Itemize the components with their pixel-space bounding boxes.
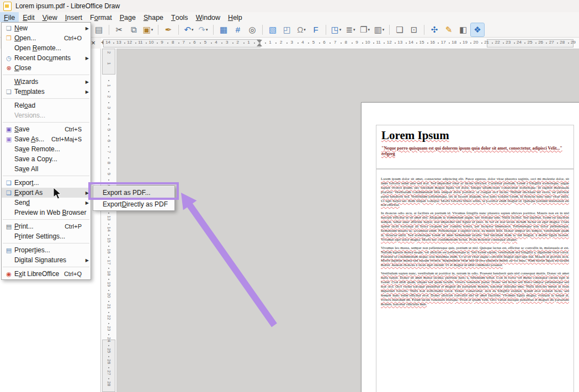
ruler-tick: [503, 43, 504, 44]
horizontal-ruler[interactable]: + 14131211109876543211234567891011121314…: [101, 38, 579, 49]
menu-shape[interactable]: Shape: [140, 12, 167, 22]
menu-item-preview-in-web-browser[interactable]: Preview in Web Browser: [2, 208, 91, 218]
dropdown-caret-icon[interactable]: ▾: [353, 28, 355, 32]
menu-item-label: Export...: [14, 179, 39, 187]
undo-icon[interactable]: ↶▾: [182, 23, 195, 36]
menu-item-reload[interactable]: Reload: [2, 100, 91, 110]
menu-item-open[interactable]: ❒Open...Ctrl+O: [2, 33, 91, 43]
toolbar-separator: [109, 25, 109, 35]
glue-points-icon[interactable]: ✎: [442, 23, 455, 36]
show-draw-functions-icon[interactable]: ❖: [471, 23, 484, 36]
display-grid-icon[interactable]: ▦: [217, 23, 230, 36]
vertical-ruler[interactable]: 2112345678910111213141516171819202122232…: [101, 49, 117, 392]
dropdown-caret-icon[interactable]: ▾: [383, 28, 385, 32]
shadow-icon[interactable]: ❏: [393, 23, 406, 36]
menu-file[interactable]: File: [0, 12, 19, 22]
menu-item-save[interactable]: ▣SaveCtrl+S: [2, 124, 91, 134]
dropdown-caret-icon[interactable]: ▾: [368, 28, 370, 32]
ruler-tick: [481, 43, 482, 44]
menu-window[interactable]: Window: [192, 12, 224, 22]
toggle-extrusion-icon[interactable]: ◧: [456, 23, 470, 36]
crop-icon[interactable]: ⊡: [407, 23, 421, 36]
ruler-tick: [108, 356, 109, 357]
menu-item-wizards[interactable]: Wizards▶: [2, 77, 91, 87]
ruler-tick: [330, 43, 331, 44]
dropdown-caret-icon[interactable]: ▾: [151, 28, 153, 32]
menu-item-properties[interactable]: ▤Properties...: [2, 245, 91, 255]
menu-item-new[interactable]: ❏New▶: [2, 23, 91, 33]
dropdown-caret-icon[interactable]: ▾: [339, 28, 342, 32]
menu-format[interactable]: Format: [86, 12, 116, 22]
ruler-number: 24: [517, 40, 522, 45]
insert-text-box-icon[interactable]: ◰: [280, 23, 294, 36]
ruler-tick: [427, 43, 428, 44]
drawing-canvas[interactable]: Lorem Ipsum "Neque porro quisquam est qu…: [116, 49, 579, 392]
menu-item-printer-settings[interactable]: Printer Settings...: [2, 231, 91, 241]
print-icon[interactable]: ▤: [92, 23, 105, 36]
document-page[interactable]: Lorem Ipsum "Neque porro quisquam est qu…: [361, 102, 579, 392]
menu-item-recent-documents[interactable]: ◷Recent Documents▶: [2, 53, 91, 63]
menu-item-label: Templates: [14, 88, 45, 96]
zoom-icon[interactable]: ◎: [246, 23, 259, 36]
open-icon: ❒: [3, 35, 14, 42]
edit-points-icon[interactable]: ✣: [428, 23, 441, 36]
menu-tools[interactable]: Tools: [167, 12, 192, 22]
menu-item-save-a-copy[interactable]: Save a Copy...: [2, 154, 91, 164]
submenu-item-export-directly-as-pdf[interactable]: Export Directly as PDF: [93, 198, 174, 210]
clone-formatting-icon[interactable]: ✒: [162, 23, 175, 36]
menu-page[interactable]: Page: [116, 12, 140, 22]
menu-item-send[interactable]: Send▶: [2, 198, 91, 208]
menu-view[interactable]: View: [39, 12, 61, 22]
ruler-number: 27: [107, 370, 111, 375]
redo-icon[interactable]: ↷▾: [196, 23, 210, 36]
special-character-icon[interactable]: Ω▾: [295, 23, 308, 36]
toolbar-separator: [158, 25, 158, 35]
menu-item-label: Printer Settings...: [14, 232, 65, 240]
helplines-icon[interactable]: #: [231, 23, 245, 36]
menu-item-versions: Versions...: [2, 110, 91, 120]
ruler-number: 26: [107, 359, 111, 364]
properties-icon: ▤: [3, 247, 14, 254]
menu-item-export-as[interactable]: ❏Export As▶: [2, 188, 91, 198]
arrange-icon[interactable]: ❐▾: [358, 23, 371, 36]
title-text-frame[interactable]: Lorem Ipsum "Neque porro quisquam est qu…: [376, 125, 574, 169]
glyph: ▤: [95, 25, 103, 35]
dropdown-caret-icon[interactable]: ▾: [206, 28, 208, 32]
menu-item-print[interactable]: ▤Print...Ctrl+P: [2, 221, 91, 231]
dropdown-caret-icon[interactable]: ▾: [192, 28, 194, 32]
ruler-tick: [108, 301, 109, 302]
align-objects-icon[interactable]: ≣▾: [344, 23, 357, 36]
menu-item-save-as[interactable]: ▣Save As...Ctrl+Maj+S: [2, 134, 91, 144]
menu-item-templates[interactable]: ❏Templates▶: [2, 87, 91, 97]
toolbar-separator: [262, 25, 263, 35]
menu-item-digital-signatures[interactable]: Digital Signatures▶: [2, 255, 91, 265]
submenu-arrow-icon: ▶: [83, 258, 89, 263]
fontwork-icon[interactable]: F: [309, 23, 322, 36]
menu-edit[interactable]: Edit: [19, 12, 39, 22]
body-text-frame[interactable]: Lorem ipsum dolor sit amet, consectetur …: [376, 169, 574, 392]
ruler-tick: [146, 43, 147, 44]
submenu-item-export-as-pdf[interactable]: Export as PDF...: [93, 187, 174, 198]
menu-item-exit-libreoffice[interactable]: ◉Exit LibreOfficeCtrl+Q: [2, 269, 91, 279]
menu-item-close[interactable]: ⊗Close: [2, 63, 91, 73]
menu-item-save-remote[interactable]: Save Remote...: [2, 144, 91, 154]
toolbar-separator: [326, 25, 326, 35]
menu-help[interactable]: Help: [224, 12, 246, 22]
insert-image-icon[interactable]: ▧: [266, 23, 279, 36]
ruler-number: 12: [387, 40, 392, 45]
transformations-icon[interactable]: ◳▾: [330, 23, 343, 36]
cut-icon[interactable]: ✂: [113, 23, 126, 36]
menu-item-export[interactable]: ❏Export...: [2, 178, 91, 188]
dropdown-caret-icon[interactable]: ▾: [304, 28, 306, 32]
menu-insert[interactable]: Insert: [61, 12, 86, 22]
export-as-submenu: Export as PDF...Export Directly as PDF: [93, 186, 175, 211]
body-paragraph: Vivamus leo massa, semper non pellentesq…: [381, 246, 569, 268]
paste-icon[interactable]: ▣▾: [141, 23, 155, 36]
copy-icon[interactable]: ⧉: [127, 23, 140, 36]
menu-item-open-remote[interactable]: Open Remote...: [2, 43, 91, 53]
ruler-number: 4: [215, 40, 217, 45]
save-as-icon: ▣: [3, 136, 14, 143]
menu-item-save-all[interactable]: Save All: [2, 164, 91, 174]
distribute-icon[interactable]: ▥▾: [373, 23, 386, 36]
body-paragraph: In rhoncus odio arcu, at facilisis ex pr…: [381, 211, 569, 241]
